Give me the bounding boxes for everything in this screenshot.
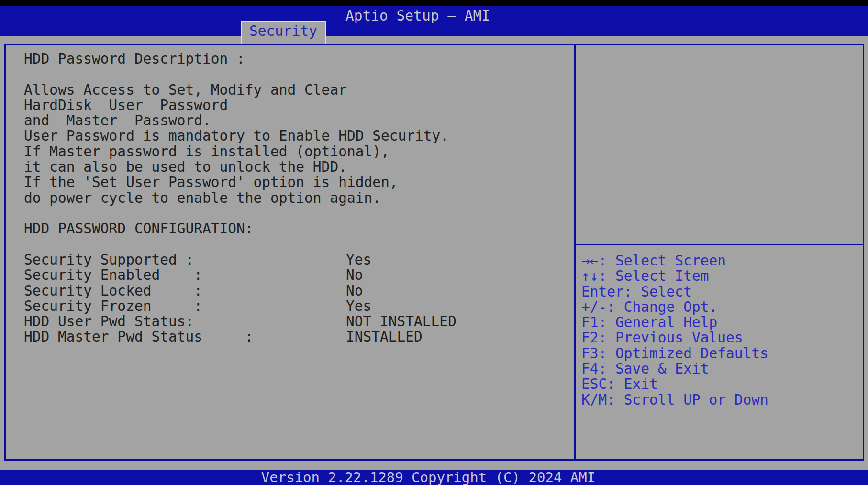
panel-divider <box>574 44 576 461</box>
config-label: HDD User Pwd Status: <box>24 314 194 329</box>
config-row-hdd-master-pwd-status: HDD Master Pwd Status : INSTALLED <box>0 329 569 344</box>
hotkey-f3-optimized-defaults: F3: Optimized Defaults <box>581 346 864 361</box>
config-value: No <box>346 283 363 298</box>
description-line: and Master Password. <box>24 113 560 128</box>
config-row-security-enabled: Security Enabled : No <box>0 267 569 283</box>
description-line: Allows Access to Set, Modify and Clear <box>24 82 560 98</box>
description-line: User Password is mandatory to Enable HDD… <box>24 128 560 143</box>
hdd-password-description: HDD Password Description : Allows Access… <box>24 51 560 237</box>
description-line: HDD Password Description : <box>24 51 560 66</box>
description-line <box>24 66 560 82</box>
config-row-security-supported: Security Supported : Yes <box>0 252 569 267</box>
description-line <box>24 206 560 221</box>
config-label: Security Locked : <box>24 283 202 298</box>
hotkey-legend: →←: Select Screen ↑↓: Select Item Enter:… <box>581 253 864 408</box>
description-line: it can also be used to unlock the HDD. <box>24 159 560 175</box>
config-label: Security Supported : <box>24 252 194 267</box>
config-value: Yes <box>346 298 371 314</box>
tab-security[interactable]: Security <box>241 21 326 44</box>
config-label: Security Enabled : <box>24 267 202 283</box>
config-row-security-frozen: Security Frozen : Yes <box>0 298 569 314</box>
hotkey-km-scroll: K/M: Scroll UP or Down <box>581 392 864 408</box>
description-line: HardDisk User Password <box>24 98 560 113</box>
config-value: INSTALLED <box>346 329 423 344</box>
hdd-password-configuration: Security Supported : Yes Security Enable… <box>0 252 569 345</box>
config-value: Yes <box>346 252 371 267</box>
description-line: If the 'Set User Password' option is hid… <box>24 175 560 190</box>
hotkey-f4-save-exit: F4: Save & Exit <box>581 361 864 376</box>
hotkey-f2-previous-values: F2: Previous Values <box>581 330 864 345</box>
hotkey-enter-select: Enter: Select <box>581 284 864 299</box>
help-divider <box>576 244 863 245</box>
version-text: Version 2.22.1289 Copyright (C) 2024 AMI <box>0 470 857 485</box>
config-row-security-locked: Security Locked : No <box>0 283 569 298</box>
config-value: No <box>346 267 363 283</box>
description-line: If Master password is installed (optiona… <box>24 144 560 159</box>
configuration-heading: HDD PASSWORD CONFIGURATION: <box>24 221 560 236</box>
config-value: NOT INSTALLED <box>346 314 456 329</box>
bios-screen: { "header": { "title": "Aptio Setup – AM… <box>0 0 868 485</box>
hotkey-change-opt: +/-: Change Opt. <box>581 299 864 315</box>
hotkey-f1-general-help: F1: General Help <box>581 315 864 330</box>
config-label: Security Frozen : <box>24 298 202 314</box>
description-line: do power cycle to enable the option agai… <box>24 190 560 206</box>
setup-title: Aptio Setup – AMI <box>0 8 835 24</box>
hotkey-select-screen: →←: Select Screen <box>581 253 864 268</box>
hotkey-select-item: ↑↓: Select Item <box>581 268 864 284</box>
config-row-hdd-user-pwd-status: HDD User Pwd Status: NOT INSTALLED <box>0 314 569 329</box>
hotkey-esc-exit: ESC: Exit <box>581 376 864 392</box>
config-label: HDD Master Pwd Status : <box>24 329 254 344</box>
